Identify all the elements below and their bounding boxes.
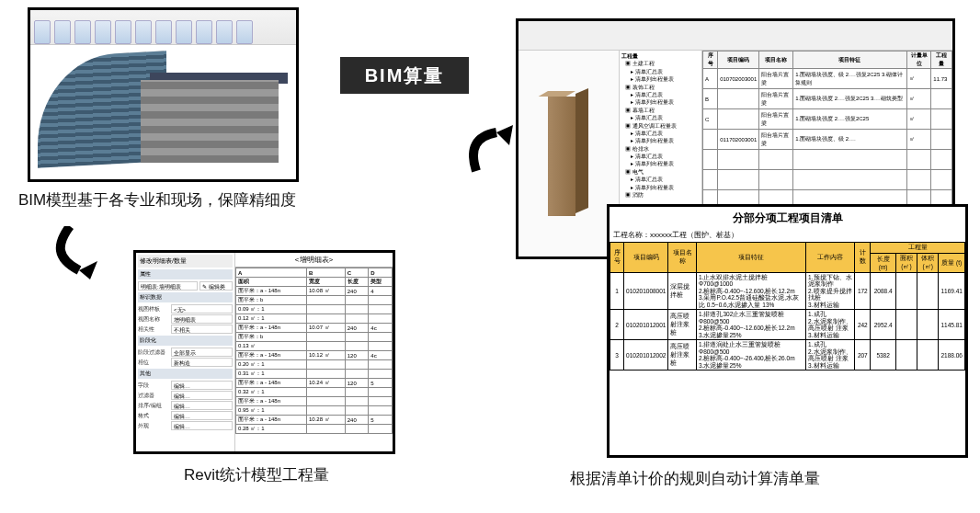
ribbon-icon: [74, 20, 91, 44]
schedule-cell: [369, 342, 393, 351]
caption-bottom-left: Revit统计模型工程量: [184, 464, 329, 485]
boq-cell-name: 高压喷射注浆桩: [668, 340, 697, 370]
grid-cell: 1.面砌墙块强度、级 2.…: [793, 130, 907, 150]
section-other: 其他: [138, 369, 233, 379]
grid-cell: [793, 150, 907, 170]
tree-node[interactable]: ▣ 通风空调工程量表: [625, 122, 700, 130]
arrow-right: [469, 125, 520, 180]
tree-node[interactable]: ▣ 装饰工程: [625, 84, 700, 91]
ribbon-bar: [518, 21, 952, 51]
boq-cell-cnt: 172: [855, 273, 871, 310]
tree-node[interactable]: ▸ 清单列出程量表: [631, 184, 700, 191]
schedule-cell: [306, 388, 345, 397]
ribbon-icon: [34, 20, 51, 44]
prop-field[interactable]: 编辑…: [171, 411, 233, 420]
boq-subtitle: 工程名称：xxxxxx工程（围护、桩基）: [610, 230, 965, 242]
schedule-cell: 面平米：a - 148n: [236, 397, 307, 406]
schedule-cell: 4c: [369, 324, 393, 333]
boq-cell-feature: 1.排道孔302止水三重管旋喷桩Φ800@500 2.桩标高-0.400~-12…: [697, 310, 806, 340]
tree-node[interactable]: ▣ 幕墙工程: [625, 107, 700, 114]
tree-node[interactable]: ▸ 清单汇总表: [631, 91, 700, 98]
section-phase: 阶段化: [138, 336, 233, 346]
grid-cell: [931, 130, 952, 150]
edit-type-button[interactable]: ✎ 编辑类型: [199, 281, 233, 291]
tree-node[interactable]: ▸ 清单汇总表: [631, 153, 700, 160]
boq-cell-idx: 3: [610, 340, 624, 370]
prop-field[interactable]: 编辑…: [171, 401, 233, 410]
prop-field[interactable]: 编辑…: [171, 381, 233, 390]
schedule-cell: [369, 360, 393, 370]
tree-node[interactable]: ▸ 清单列出程量表: [631, 137, 700, 144]
boq-cell-mass: 2188.06: [939, 340, 965, 370]
prop-field[interactable]: 全部显示: [171, 348, 233, 357]
boq-cell-code: 010201008001: [624, 273, 668, 310]
grid-cell: [931, 170, 952, 190]
grid-cell: 010702003001: [718, 69, 759, 89]
col-a: A: [236, 268, 307, 278]
schedule-cell: [369, 397, 393, 406]
grid-cell: [718, 89, 759, 109]
boq-cell-vol: [917, 273, 939, 310]
boq-table: 序号 项目编码 项目名称 项目特征 工作内容 计数 工程量 长度 (m) 面积 …: [610, 242, 965, 370]
panel-bill-of-quantities: 分部分项工程项目清单 工程名称：xxxxxx工程（围护、桩基） 序号 项目编码 …: [607, 204, 968, 458]
prop-field[interactable]: <无>: [171, 304, 233, 314]
panel-bim-model: [28, 7, 299, 182]
boq-cell-area: [895, 340, 917, 370]
schedule-name-field[interactable]: 明细表:墙明细表: [138, 281, 198, 291]
th-mass: 质量 (t): [939, 254, 965, 273]
tree-node[interactable]: ▸ 清单列出程量表: [631, 75, 700, 83]
schedule-table-title: <增明细表>: [235, 253, 393, 268]
boq-cell-name: 深层搅拌桩: [668, 273, 697, 310]
schedule-cell: [369, 314, 393, 324]
prop-label: 格式: [138, 412, 169, 420]
building-podium: [141, 80, 279, 163]
grid-cell: 1.面砌墙块强度 2.…强复2C25: [793, 109, 907, 130]
boq-cell-feature: 1.排道润处止水三重管旋喷桩Φ800@500 2.桩标高-0.400~-26.4…: [697, 340, 806, 370]
grid-cell: [703, 130, 718, 150]
prop-label: 相关性: [138, 325, 169, 334]
schedule-cell: [345, 397, 369, 406]
tree-node[interactable]: ▸ 清单汇总表: [631, 176, 700, 183]
schedule-table-pane: <增明细表> A B C D 面积 宽度 长度 类型 面平米：a - 148n1…: [235, 253, 393, 451]
col-field: 长度: [345, 278, 369, 287]
grid-cell: 阳台墙片置梁: [759, 69, 793, 89]
grid-cell: 阳台墙片置梁: [759, 130, 793, 150]
tree-node[interactable]: ▸ 清单汇总表: [631, 68, 700, 75]
schedule-cell: [306, 305, 345, 314]
3d-viewport: [518, 51, 620, 259]
schedule-cell: [369, 425, 393, 434]
prop-field[interactable]: 新构造: [171, 358, 233, 367]
tree-node[interactable]: ▸ 清单汇总表: [631, 114, 700, 121]
schedule-cell: 0.12 ㎡：1: [236, 314, 307, 324]
prop-field[interactable]: 增明细表: [171, 314, 233, 324]
grid-cell: ㎡: [906, 130, 931, 150]
ribbon-icon: [115, 20, 131, 44]
revit-ribbon: [30, 10, 296, 45]
grid-cell: [759, 150, 793, 170]
tree-node[interactable]: ▸ 清单列出程量表: [631, 98, 700, 106]
tree-node[interactable]: ▸ 清单列出程量表: [631, 160, 700, 167]
schedule-cell: 0.32 ㎡：1: [236, 388, 307, 397]
tree-node[interactable]: ▣ 土建工程: [625, 60, 700, 67]
grid-cell: ㎡: [906, 69, 931, 89]
ribbon-icon: [236, 20, 253, 44]
prop-field[interactable]: 编辑…: [171, 421, 233, 430]
schedule-cell: 0.20 ㎡：1: [236, 360, 307, 370]
grid-cell: 阳台墙片置梁: [759, 89, 793, 109]
tree-node[interactable]: ▣ 电气: [625, 168, 700, 176]
grid-cell: [759, 170, 793, 190]
caption-top-left: BIM模型基于各专业和现场，保障精细度: [18, 189, 296, 211]
col-field: 宽度: [306, 278, 345, 287]
tree-node[interactable]: ▣ 消防: [625, 191, 700, 199]
grid-cell: ㎡: [906, 109, 931, 130]
svg-marker-1: [496, 125, 513, 145]
tree-node[interactable]: ▣ 给排水: [625, 145, 700, 153]
panel-schedule: 修改明细表/数量 属性 明细表:墙明细表✎ 编辑类型 标识数据 视图样板<无> …: [133, 250, 395, 454]
schedule-cell: [345, 406, 369, 416]
prop-field[interactable]: 不相关: [171, 325, 233, 334]
tree-node[interactable]: ▸ 清单汇总表: [631, 130, 700, 137]
schedule-cell: 0.31 ㎡：1: [236, 370, 307, 379]
schedule-cell: 5: [369, 416, 393, 425]
prop-field[interactable]: 编辑…: [171, 391, 233, 400]
th-len: 长度 (m): [871, 254, 895, 273]
